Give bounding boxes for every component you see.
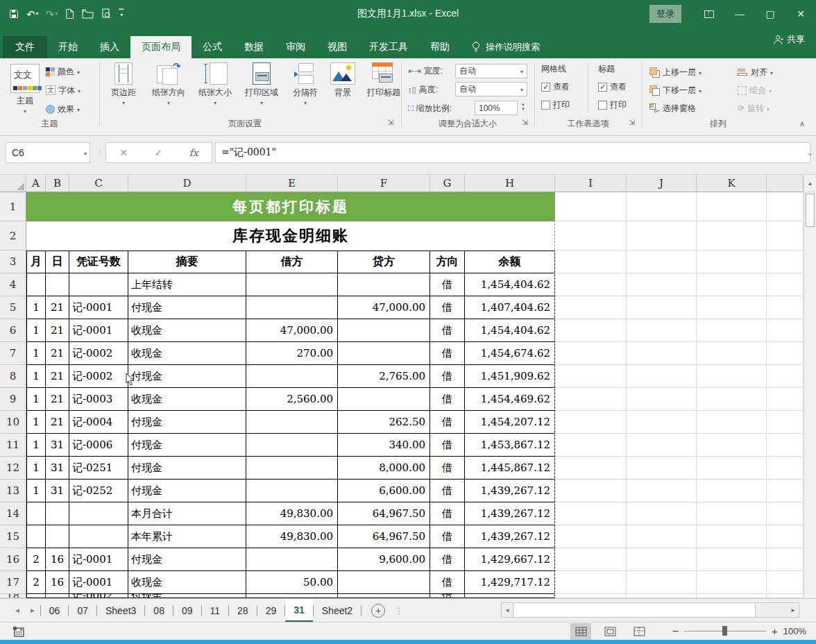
grid-cell[interactable] xyxy=(555,296,627,319)
cell-B13[interactable]: 31 xyxy=(46,480,69,502)
grid-cell[interactable] xyxy=(697,273,767,296)
cell-A16[interactable]: 2 xyxy=(26,548,46,571)
theme-fonts-button[interactable]: 文 字体▾ xyxy=(46,83,80,98)
grid-cell[interactable] xyxy=(627,480,697,502)
grid-cell[interactable] xyxy=(627,571,697,594)
undo-button[interactable]: ↶▾ xyxy=(26,9,39,19)
ribbon-tab-file[interactable]: 文件 xyxy=(3,36,47,58)
row-header-17[interactable]: 17 xyxy=(0,571,26,594)
cell-G6[interactable]: 借 xyxy=(430,319,465,342)
paper-size-button[interactable]: 纸张大小▾ xyxy=(193,62,237,106)
grid-cell[interactable] xyxy=(555,457,627,480)
grid-cell[interactable] xyxy=(767,480,804,502)
cell-C5[interactable]: 记-0001 xyxy=(69,296,128,319)
share-button[interactable]: 共享 xyxy=(773,33,805,46)
row-header-5[interactable]: 5 xyxy=(0,296,26,319)
zoom-slider[interactable] xyxy=(684,631,766,632)
grid-cell[interactable] xyxy=(627,525,697,548)
grid-cell[interactable] xyxy=(627,221,697,251)
sheet-menu-dots-icon[interactable]: ⋮ xyxy=(395,606,403,616)
table-header-7[interactable]: 余额 xyxy=(465,251,555,273)
cell-D15[interactable]: 本年累计 xyxy=(128,525,246,548)
grid-cell[interactable] xyxy=(555,251,627,273)
cell-A4[interactable] xyxy=(26,273,46,296)
row-header-12[interactable]: 12 xyxy=(0,457,26,480)
cell-B8[interactable]: 21 xyxy=(46,365,69,388)
cell-H14[interactable]: 1,439,267.12 xyxy=(465,502,555,525)
cell-F16[interactable]: 9,600.00 xyxy=(338,548,430,571)
grid-cell[interactable] xyxy=(697,548,767,571)
cell-D16[interactable]: 付现金 xyxy=(128,548,246,571)
cell-D9[interactable]: 收现金 xyxy=(128,388,246,411)
cell-A10[interactable]: 1 xyxy=(26,411,46,434)
sheet-tab-Sheet2[interactable]: Sheet2 xyxy=(314,599,361,622)
row-header-13[interactable]: 13 xyxy=(0,480,26,502)
column-header-A[interactable]: A xyxy=(26,175,46,192)
sheet-tab-06[interactable]: 06 xyxy=(41,599,69,622)
grid-cell[interactable] xyxy=(555,388,627,411)
cell-F15[interactable]: 64,967.50 xyxy=(338,525,430,548)
row-header-11[interactable]: 11 xyxy=(0,434,26,457)
grid-cell[interactable] xyxy=(627,457,697,480)
grid-cell[interactable] xyxy=(627,388,697,411)
scale-dialog-launcher[interactable]: ⇲ xyxy=(522,118,528,127)
table-header-3[interactable]: 摘要 xyxy=(128,251,246,273)
ribbon-tab-insert[interactable]: 插入 xyxy=(89,36,130,58)
page-layout-view-button[interactable] xyxy=(600,623,620,640)
grid-cell[interactable] xyxy=(627,296,697,319)
row-header-14[interactable]: 14 xyxy=(0,502,26,525)
cell-G14[interactable]: 借 xyxy=(430,502,465,525)
grid-cell[interactable] xyxy=(627,548,697,571)
sheet-tab-08[interactable]: 08 xyxy=(145,599,173,622)
cell-A17[interactable]: 2 xyxy=(26,571,46,594)
name-box-dropdown-icon[interactable]: ▾ xyxy=(84,151,87,157)
select-all-corner[interactable] xyxy=(0,175,26,192)
cell-H7[interactable]: 1,454,674.62 xyxy=(465,342,555,365)
grid-cell[interactable] xyxy=(767,502,804,525)
cell-C13[interactable]: 记-0252 xyxy=(69,480,128,502)
headings-view-checkbox[interactable]: ✓查看 xyxy=(598,79,627,94)
row-header-4[interactable]: 4 xyxy=(0,273,26,296)
cell-D6[interactable]: 收现金 xyxy=(128,319,246,342)
grid-cell[interactable] xyxy=(555,192,627,221)
grid-cell[interactable] xyxy=(767,571,804,594)
print-titles-button[interactable]: 打印标题 xyxy=(361,62,407,106)
cell-A12[interactable]: 1 xyxy=(26,457,46,480)
grid-cell[interactable] xyxy=(627,319,697,342)
column-header-C[interactable]: C xyxy=(69,175,128,192)
minimize-button[interactable]: — xyxy=(724,0,755,28)
grid-cell[interactable] xyxy=(627,342,697,365)
sheet-tab-11[interactable]: 11 xyxy=(202,599,229,622)
row-header-7[interactable]: 7 xyxy=(0,342,26,365)
grid-cell[interactable] xyxy=(697,192,767,221)
table-header-5[interactable]: 贷方 xyxy=(338,251,430,273)
cell-C14[interactable] xyxy=(69,502,128,525)
cell-D5[interactable]: 付现金 xyxy=(128,296,246,319)
page-break-view-button[interactable] xyxy=(629,623,649,640)
collapse-ribbon-button[interactable]: ∧ xyxy=(799,119,805,128)
grid-cell[interactable] xyxy=(697,411,767,434)
cell-H9[interactable]: 1,454,469.62 xyxy=(465,388,555,411)
gridlines-print-checkbox[interactable]: 打印 xyxy=(541,97,570,112)
print-area-button[interactable]: 打印区域▾ xyxy=(239,62,284,106)
grid-cell[interactable] xyxy=(697,296,767,319)
cell-B10[interactable]: 21 xyxy=(46,411,69,434)
cell-G12[interactable]: 借 xyxy=(430,457,465,480)
grid-cell[interactable] xyxy=(697,388,767,411)
zoom-level-label[interactable]: 100% xyxy=(783,626,806,636)
zoom-out-button[interactable]: − xyxy=(672,625,679,638)
cell-B7[interactable]: 21 xyxy=(46,342,69,365)
cell-B5[interactable]: 21 xyxy=(46,296,69,319)
grid-cell[interactable] xyxy=(555,548,627,571)
grid-cell[interactable] xyxy=(697,502,767,525)
grid-cell[interactable] xyxy=(627,273,697,296)
scroll-right-icon[interactable]: ► xyxy=(788,603,799,617)
grid-cell[interactable] xyxy=(697,434,767,457)
align-button[interactable]: ← 对齐▾ xyxy=(738,64,773,80)
cell-G7[interactable]: 借 xyxy=(430,342,465,365)
name-box[interactable]: C6▾ xyxy=(6,142,90,163)
cell-G15[interactable]: 借 xyxy=(430,525,465,548)
grid-cell[interactable] xyxy=(627,434,697,457)
cell-H6[interactable]: 1,454,404.62 xyxy=(465,319,555,342)
enter-icon[interactable]: ✓ xyxy=(154,147,162,158)
